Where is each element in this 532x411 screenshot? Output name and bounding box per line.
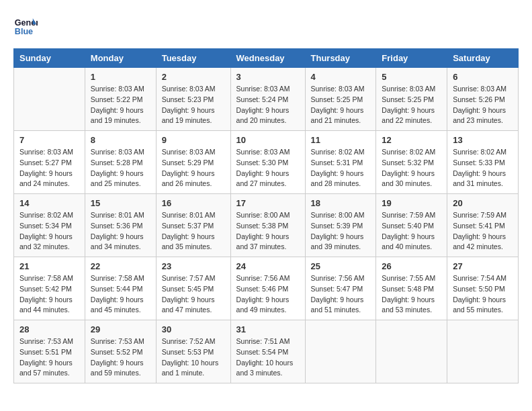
day-info: Sunrise: 8:00 AM Sunset: 5:39 PM Dayligh… (311, 210, 371, 253)
calendar-cell: 18Sunrise: 8:00 AM Sunset: 5:39 PM Dayli… (305, 194, 376, 257)
day-number: 22 (91, 261, 150, 271)
day-header-thursday: Thursday (305, 49, 376, 68)
day-info: Sunrise: 7:59 AM Sunset: 5:41 PM Dayligh… (453, 210, 513, 253)
day-number: 4 (311, 72, 371, 82)
day-header-friday: Friday (376, 49, 447, 68)
day-info: Sunrise: 7:51 AM Sunset: 5:54 PM Dayligh… (236, 336, 300, 379)
calendar-cell: 22Sunrise: 7:58 AM Sunset: 5:44 PM Dayli… (85, 257, 156, 320)
day-info: Sunrise: 8:02 AM Sunset: 5:31 PM Dayligh… (311, 147, 371, 189)
calendar-cell: 13Sunrise: 8:02 AM Sunset: 5:33 PM Dayli… (447, 131, 519, 194)
calendar-cell: 23Sunrise: 7:57 AM Sunset: 5:45 PM Dayli… (156, 257, 230, 320)
calendar-cell: 5Sunrise: 8:03 AM Sunset: 5:25 PM Daylig… (376, 68, 447, 131)
calendar-cell: 30Sunrise: 7:52 AM Sunset: 5:53 PM Dayli… (156, 320, 230, 383)
day-info: Sunrise: 7:57 AM Sunset: 5:45 PM Dayligh… (162, 273, 225, 316)
day-header-saturday: Saturday (447, 49, 519, 68)
logo-icon: General Blue (13, 13, 38, 38)
day-number: 7 (19, 135, 79, 145)
calendar-cell: 31Sunrise: 7:51 AM Sunset: 5:54 PM Dayli… (230, 320, 305, 383)
day-info: Sunrise: 8:03 AM Sunset: 5:26 PM Dayligh… (453, 84, 513, 126)
calendar-cell: 29Sunrise: 7:53 AM Sunset: 5:52 PM Dayli… (85, 320, 156, 383)
day-info: Sunrise: 8:03 AM Sunset: 5:30 PM Dayligh… (236, 147, 300, 189)
day-info: Sunrise: 8:03 AM Sunset: 5:27 PM Dayligh… (19, 147, 79, 189)
calendar-cell: 10Sunrise: 8:03 AM Sunset: 5:30 PM Dayli… (230, 131, 305, 194)
calendar-cell: 16Sunrise: 8:01 AM Sunset: 5:37 PM Dayli… (156, 194, 230, 257)
calendar-cell (447, 320, 519, 383)
day-info: Sunrise: 8:03 AM Sunset: 5:24 PM Dayligh… (236, 84, 300, 126)
calendar-cell: 7Sunrise: 8:03 AM Sunset: 5:27 PM Daylig… (14, 131, 85, 194)
day-number: 13 (453, 135, 513, 145)
day-info: Sunrise: 7:58 AM Sunset: 5:44 PM Dayligh… (91, 273, 150, 316)
calendar-table: SundayMondayTuesdayWednesdayThursdayFrid… (13, 48, 519, 383)
calendar-cell (305, 320, 376, 383)
day-number: 17 (236, 198, 300, 208)
svg-text:Blue: Blue (15, 27, 33, 36)
calendar-cell: 12Sunrise: 8:02 AM Sunset: 5:32 PM Dayli… (376, 131, 447, 194)
day-info: Sunrise: 7:56 AM Sunset: 5:47 PM Dayligh… (311, 273, 371, 316)
calendar-cell: 20Sunrise: 7:59 AM Sunset: 5:41 PM Dayli… (447, 194, 519, 257)
day-info: Sunrise: 8:02 AM Sunset: 5:33 PM Dayligh… (453, 147, 513, 189)
day-number: 27 (453, 261, 513, 271)
day-info: Sunrise: 8:01 AM Sunset: 5:37 PM Dayligh… (162, 210, 225, 253)
header-row: SundayMondayTuesdayWednesdayThursdayFrid… (14, 49, 519, 68)
calendar-cell: 9Sunrise: 8:03 AM Sunset: 5:29 PM Daylig… (156, 131, 230, 194)
day-number: 18 (311, 198, 371, 208)
calendar-cell: 1Sunrise: 8:03 AM Sunset: 5:22 PM Daylig… (85, 68, 156, 131)
week-row-2: 7Sunrise: 8:03 AM Sunset: 5:27 PM Daylig… (14, 131, 519, 194)
calendar-cell: 21Sunrise: 7:58 AM Sunset: 5:42 PM Dayli… (14, 257, 85, 320)
week-row-3: 14Sunrise: 8:02 AM Sunset: 5:34 PM Dayli… (14, 194, 519, 257)
day-info: Sunrise: 7:53 AM Sunset: 5:52 PM Dayligh… (91, 336, 150, 379)
day-number: 19 (382, 198, 441, 208)
calendar-cell: 6Sunrise: 8:03 AM Sunset: 5:26 PM Daylig… (447, 68, 519, 131)
calendar-cell: 11Sunrise: 8:02 AM Sunset: 5:31 PM Dayli… (305, 131, 376, 194)
day-number: 16 (162, 198, 225, 208)
day-number: 25 (311, 261, 371, 271)
day-info: Sunrise: 8:01 AM Sunset: 5:36 PM Dayligh… (91, 210, 150, 253)
week-row-1: 1Sunrise: 8:03 AM Sunset: 5:22 PM Daylig… (14, 68, 519, 131)
day-number: 14 (19, 198, 79, 208)
calendar-cell: 26Sunrise: 7:55 AM Sunset: 5:48 PM Dayli… (376, 257, 447, 320)
day-number: 28 (19, 324, 79, 334)
calendar-cell (376, 320, 447, 383)
day-info: Sunrise: 7:52 AM Sunset: 5:53 PM Dayligh… (162, 336, 225, 379)
day-number: 26 (382, 261, 441, 271)
day-number: 30 (162, 324, 225, 334)
calendar-cell: 19Sunrise: 7:59 AM Sunset: 5:40 PM Dayli… (376, 194, 447, 257)
day-info: Sunrise: 7:56 AM Sunset: 5:46 PM Dayligh… (236, 273, 300, 316)
day-number: 10 (236, 135, 300, 145)
day-info: Sunrise: 8:00 AM Sunset: 5:38 PM Dayligh… (236, 210, 300, 253)
day-info: Sunrise: 8:03 AM Sunset: 5:23 PM Dayligh… (162, 84, 225, 126)
calendar-cell: 4Sunrise: 8:03 AM Sunset: 5:25 PM Daylig… (305, 68, 376, 131)
logo: General Blue (13, 13, 38, 38)
week-row-5: 28Sunrise: 7:53 AM Sunset: 5:51 PM Dayli… (14, 320, 519, 383)
calendar-cell: 24Sunrise: 7:56 AM Sunset: 5:46 PM Dayli… (230, 257, 305, 320)
day-info: Sunrise: 8:03 AM Sunset: 5:25 PM Dayligh… (382, 84, 441, 126)
day-header-tuesday: Tuesday (156, 49, 230, 68)
day-info: Sunrise: 8:03 AM Sunset: 5:22 PM Dayligh… (91, 84, 150, 126)
day-header-monday: Monday (85, 49, 156, 68)
calendar-cell: 3Sunrise: 8:03 AM Sunset: 5:24 PM Daylig… (230, 68, 305, 131)
calendar-cell: 2Sunrise: 8:03 AM Sunset: 5:23 PM Daylig… (156, 68, 230, 131)
week-row-4: 21Sunrise: 7:58 AM Sunset: 5:42 PM Dayli… (14, 257, 519, 320)
day-info: Sunrise: 7:54 AM Sunset: 5:50 PM Dayligh… (453, 273, 513, 316)
page-header: General Blue (13, 13, 519, 38)
day-number: 21 (19, 261, 79, 271)
day-number: 9 (162, 135, 225, 145)
day-info: Sunrise: 8:03 AM Sunset: 5:25 PM Dayligh… (311, 84, 371, 126)
calendar-cell: 27Sunrise: 7:54 AM Sunset: 5:50 PM Dayli… (447, 257, 519, 320)
day-number: 31 (236, 324, 300, 334)
day-number: 11 (311, 135, 371, 145)
day-info: Sunrise: 8:02 AM Sunset: 5:32 PM Dayligh… (382, 147, 441, 189)
day-info: Sunrise: 7:59 AM Sunset: 5:40 PM Dayligh… (382, 210, 441, 253)
day-number: 29 (91, 324, 150, 334)
day-info: Sunrise: 8:03 AM Sunset: 5:29 PM Dayligh… (162, 147, 225, 189)
calendar-cell: 28Sunrise: 7:53 AM Sunset: 5:51 PM Dayli… (14, 320, 85, 383)
day-info: Sunrise: 7:58 AM Sunset: 5:42 PM Dayligh… (19, 273, 79, 316)
day-number: 2 (162, 72, 225, 82)
calendar-cell: 25Sunrise: 7:56 AM Sunset: 5:47 PM Dayli… (305, 257, 376, 320)
day-number: 15 (91, 198, 150, 208)
calendar-cell (14, 68, 85, 131)
calendar-cell: 17Sunrise: 8:00 AM Sunset: 5:38 PM Dayli… (230, 194, 305, 257)
day-number: 3 (236, 72, 300, 82)
day-number: 8 (91, 135, 150, 145)
day-info: Sunrise: 8:02 AM Sunset: 5:34 PM Dayligh… (19, 210, 79, 253)
